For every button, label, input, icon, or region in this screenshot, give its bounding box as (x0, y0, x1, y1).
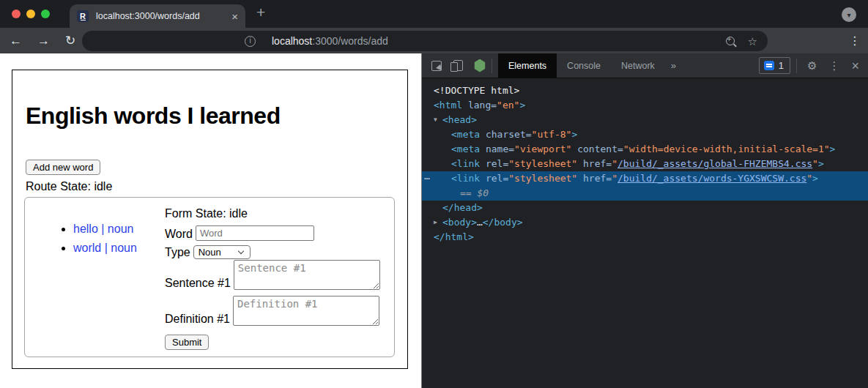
devtools-tabs: ElementsConsoleNetwork (498, 53, 665, 78)
code-token: " (812, 158, 818, 169)
code-token: <meta (451, 143, 480, 154)
type-select[interactable]: Noun (193, 245, 251, 259)
profile-chevron-button[interactable]: ▾ (842, 7, 856, 22)
code-line[interactable]: </html> (422, 230, 868, 245)
code-line[interactable]: ▶<body>…</body> (422, 215, 868, 230)
code-token: <link (451, 158, 480, 169)
expand-arrow-icon[interactable]: ▶ (434, 215, 437, 230)
new-tab-button[interactable]: + (256, 4, 265, 21)
site-info-icon[interactable] (245, 36, 256, 47)
page-container: English words I learned Add new word Rou… (12, 70, 408, 369)
more-tabs-icon[interactable]: » (665, 60, 682, 71)
code-token: <html (434, 100, 462, 111)
code-line[interactable]: ▼<head> (422, 113, 868, 127)
code-token: == $0 (460, 187, 489, 198)
tab-network[interactable]: Network (611, 53, 665, 78)
code-token: </body> (483, 217, 523, 228)
code-token: "utf-8" (532, 129, 572, 140)
submit-button[interactable]: Submit (165, 335, 209, 350)
maximize-window-button[interactable] (41, 10, 50, 18)
reload-button[interactable]: ↻ (65, 33, 75, 48)
bookmark-star-icon[interactable]: ☆ (748, 36, 757, 47)
code-line[interactable]: <link rel="stylesheet" href="/build/_ass… (422, 157, 868, 171)
toolbar-divider (492, 59, 492, 73)
word-link[interactable]: hello | noun (73, 223, 133, 235)
word-link[interactable]: world | noun (73, 242, 137, 254)
form-state-text: Form State: idle (165, 207, 384, 220)
code-line[interactable]: </head> (422, 201, 868, 215)
code-token: > (812, 173, 818, 184)
browser-tab[interactable]: R localhost:3000/words/add × (70, 4, 245, 28)
devtools-menu-icon[interactable]: ⋮ (828, 59, 839, 72)
code-line[interactable]: <meta name="viewport" content="width=dev… (422, 142, 868, 157)
type-label: Type (165, 245, 190, 259)
code-token: "viewport" (514, 143, 571, 154)
code-token: </head> (442, 202, 483, 213)
zoom-icon[interactable] (726, 37, 735, 45)
back-button[interactable]: ← (10, 34, 22, 48)
code-token: href= (577, 158, 612, 169)
sentence-textarea[interactable] (234, 260, 380, 290)
line-options-icon[interactable]: … (424, 169, 430, 184)
forward-button[interactable]: → (37, 34, 50, 48)
minimize-window-button[interactable] (26, 10, 35, 18)
page-title: English words I learned (26, 102, 407, 130)
issues-badge[interactable]: 1 (759, 57, 790, 74)
code-token: <head> (442, 114, 477, 125)
code-token: lang= (462, 100, 497, 111)
code-token: <!DOCTYPE html> (434, 85, 519, 96)
page-viewport: English words I learned Add new word Rou… (0, 53, 421, 388)
code-token: "en" (497, 100, 519, 111)
device-toolbar-icon[interactable] (453, 60, 463, 71)
code-token: <meta (451, 129, 480, 140)
tab-console[interactable]: Console (557, 53, 611, 78)
code-token: <body> (442, 217, 477, 228)
sentence-label: Sentence #1 (165, 276, 231, 290)
code-token: charset= (480, 129, 531, 140)
collapse-arrow-icon[interactable]: ▼ (434, 113, 437, 127)
code-token: rel= (480, 158, 508, 169)
type-select-value: Noun (199, 247, 221, 258)
code-token: … (477, 217, 483, 228)
code-line[interactable]: <!DOCTYPE html> (422, 83, 868, 98)
node-hexagon-icon[interactable] (474, 59, 486, 72)
window-controls (12, 10, 50, 18)
devtools-panel: ElementsConsoleNetwork » 1 ⚙ ⋮ × <!DOCTY… (421, 53, 868, 388)
tab-close-icon[interactable]: × (231, 11, 238, 22)
inspect-element-icon[interactable] (431, 61, 442, 71)
tab-strip: R localhost:3000/words/add × + ▾ (0, 0, 868, 28)
tab-title: localhost:3000/words/add (96, 11, 224, 21)
code-token: > (571, 129, 577, 140)
code-token: " (612, 158, 617, 169)
code-token: rel= (480, 173, 508, 184)
code-token: /build/_assets/words-YGXSWCSW.css (617, 173, 806, 184)
remix-favicon-icon: R (77, 10, 89, 22)
code-line[interactable]: …<link rel="stylesheet" href="/build/_as… (422, 171, 868, 186)
code-token: > (818, 158, 824, 169)
add-new-word-button[interactable]: Add new word (26, 160, 100, 175)
word-input[interactable] (196, 225, 314, 241)
browser-menu-button[interactable]: ⋮ (849, 34, 861, 48)
word-list-item: world | noun (73, 239, 165, 258)
toolbar-divider (796, 59, 797, 73)
close-window-button[interactable] (12, 10, 21, 18)
code-token: </html> (434, 231, 474, 242)
code-token: <link (451, 173, 480, 184)
address-bar[interactable]: localhost:3000/words/add ☆ (82, 31, 768, 51)
code-line[interactable]: <meta charset="utf-8"> (422, 127, 868, 142)
chevron-down-icon (237, 248, 243, 254)
devtools-code: <!DOCTYPE html><html lang="en">▼<head><m… (422, 78, 868, 245)
route-state-text: Route State: idle (26, 180, 407, 193)
code-line[interactable]: == $0 (422, 186, 868, 201)
code-token: " (806, 173, 812, 184)
code-token: > (830, 143, 836, 154)
tab-elements[interactable]: Elements (498, 53, 557, 78)
code-token: " (612, 173, 617, 184)
url-text[interactable]: localhost:3000/words/add (272, 35, 388, 47)
words-list: hello | nounworld | noun (25, 220, 165, 258)
word-list-item: hello | noun (73, 220, 165, 239)
code-line[interactable]: <html lang="en"> (422, 98, 868, 113)
gear-icon[interactable]: ⚙ (807, 59, 817, 72)
devtools-close-icon[interactable]: × (851, 59, 859, 72)
definition-textarea[interactable] (233, 296, 379, 326)
